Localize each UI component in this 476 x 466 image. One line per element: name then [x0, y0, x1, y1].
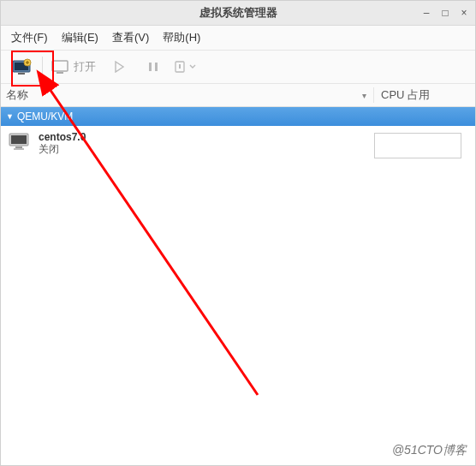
svg-rect-5: [57, 72, 63, 74]
window-title: 虚拟系统管理器: [1, 5, 475, 21]
svg-rect-7: [155, 63, 158, 71]
sort-indicator-icon: ▾: [362, 91, 366, 100]
watermark: @51CTO博客: [392, 443, 467, 458]
run-button[interactable]: [104, 54, 134, 80]
title-bar: 虚拟系统管理器 – □ ×: [1, 1, 475, 26]
shutdown-button[interactable]: [173, 60, 197, 74]
open-vm-button[interactable]: 打开: [48, 59, 99, 75]
vm-name: centos7.0: [39, 131, 86, 143]
cpu-usage-graph: [374, 133, 461, 158]
vm-row[interactable]: centos7.0 关闭: [1, 126, 475, 164]
maximize-button[interactable]: □: [439, 7, 451, 19]
vm-state: 关闭: [39, 143, 86, 155]
toolbar: 打开: [1, 51, 475, 84]
svg-rect-12: [15, 146, 22, 148]
new-vm-button[interactable]: [8, 54, 37, 80]
vm-cpu-cell: [374, 131, 468, 158]
column-name[interactable]: 名称 ▾: [1, 87, 373, 103]
svg-rect-4: [52, 61, 68, 71]
column-cpu-label: CPU 占用: [381, 88, 430, 101]
shutdown-icon: [173, 60, 187, 74]
connection-row[interactable]: ▼ QEMU/KVM: [1, 107, 475, 126]
vm-monitor-icon: [8, 131, 32, 152]
svg-rect-11: [11, 135, 27, 144]
menu-file[interactable]: 文件(F): [4, 28, 55, 47]
menu-help[interactable]: 帮助(H): [156, 28, 207, 47]
vm-list: centos7.0 关闭: [1, 126, 475, 451]
svg-rect-13: [14, 148, 24, 150]
menu-view[interactable]: 查看(V): [105, 28, 156, 47]
menu-edit[interactable]: 编辑(E): [55, 28, 105, 47]
chevron-down-icon: [188, 60, 197, 74]
column-cpu[interactable]: CPU 占用: [373, 87, 475, 103]
column-headers: 名称 ▾ CPU 占用: [1, 84, 475, 107]
pause-button[interactable]: [139, 54, 168, 80]
monitor-new-icon: [12, 58, 33, 75]
minimize-button[interactable]: –: [420, 7, 432, 19]
toolbar-separator: [42, 57, 43, 77]
connection-label: QEMU/KVM: [17, 111, 73, 122]
play-icon: [113, 61, 125, 73]
menu-bar: 文件(F) 编辑(E) 查看(V) 帮助(H): [1, 26, 475, 51]
close-button[interactable]: ×: [458, 7, 470, 19]
open-label: 打开: [74, 59, 96, 75]
svg-rect-6: [149, 63, 152, 71]
column-name-label: 名称: [6, 87, 28, 103]
svg-rect-2: [18, 73, 25, 75]
svg-rect-9: [179, 64, 181, 69]
expand-icon: ▼: [6, 112, 14, 121]
pause-icon: [147, 61, 159, 73]
monitor-icon: [51, 59, 70, 75]
